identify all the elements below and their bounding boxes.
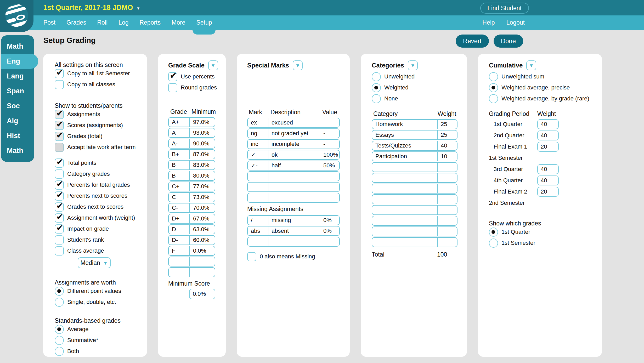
minimum-cell[interactable]: 83.0% [189,161,215,169]
checkbox[interactable]: ✔ [55,121,64,130]
checkbox-row[interactable]: ✔ Student's rank [55,235,147,245]
checkbox-row[interactable]: ✔ Assignments [55,109,147,119]
nav-item[interactable]: Grades [66,15,86,30]
checkbox[interactable]: ✔ [168,72,177,81]
minimum-cell[interactable]: 70.0% [189,203,215,212]
minimum-score-input[interactable]: 0.0% [189,289,215,299]
checkbox-row[interactable]: ✔ Grades (total) [55,131,147,141]
checkbox[interactable]: ✔ [55,180,64,190]
checkbox-row[interactable]: ✔ Percents for total grades [55,180,147,190]
sidebar-class-tab[interactable]: Hist [1,128,34,143]
checkbox[interactable]: ✔ [55,235,64,245]
category-cell[interactable] [372,173,437,182]
app-logo[interactable] [0,0,33,32]
nav-item[interactable]: More [172,15,185,30]
radio-button[interactable] [55,298,64,307]
value-cell[interactable]: - [320,129,339,138]
weight-cell[interactable] [437,238,457,247]
weight-cell[interactable]: 10 [437,152,457,161]
radio-button[interactable] [489,239,498,248]
radio-row[interactable]: 1st Semester [489,238,602,248]
weight-cell[interactable]: 25 [437,131,457,139]
panel-dropdown-button[interactable]: ▼ [526,60,536,70]
nav-item[interactable]: Setup [196,15,212,30]
checkbox[interactable]: ✔ [55,191,64,201]
grade-cell[interactable]: D [169,225,189,234]
grade-cell[interactable] [169,257,189,266]
weight-cell[interactable] [437,206,457,214]
weight-cell[interactable]: 40 [437,141,457,150]
minimum-cell[interactable]: 73.0% [189,193,215,202]
description-cell[interactable]: ok [268,150,320,159]
minimum-cell[interactable]: 77.0% [189,182,215,191]
grade-cell[interactable]: A+ [169,118,189,127]
minimum-cell[interactable]: 80.0% [189,171,215,180]
category-cell[interactable] [372,206,437,214]
value-cell[interactable]: 100% [320,150,339,159]
weight-cell[interactable] [437,163,457,172]
checkbox-row[interactable]: ✔ Total points [55,158,147,168]
nav-item[interactable]: Log [118,15,128,30]
radio-row[interactable]: Average [55,324,147,334]
value-cell[interactable] [320,183,339,191]
radio-button[interactable] [55,336,64,345]
checkbox[interactable]: ✔ [55,69,64,78]
value-cell[interactable]: 50% [320,161,339,170]
weight-cell[interactable] [437,216,457,225]
sidebar-class-tab[interactable]: Span [1,84,34,99]
radio-row[interactable]: Single, double, etc. [55,297,147,307]
checkbox[interactable]: ✔ [55,143,64,152]
mark-cell[interactable] [248,193,268,202]
grade-cell[interactable]: D- [169,236,189,245]
course-selector[interactable]: 1st Quarter, 2017-18 JDMO ▼ [43,0,140,15]
checkbox-row[interactable]: ✔ Scores (assignments) [55,120,147,130]
radio-row[interactable]: Both [55,346,147,356]
checkbox-row[interactable]: ✔ Percents next to scores [55,191,147,201]
median-select[interactable]: Median ▼ [78,257,111,268]
find-student-button[interactable]: Find Student [480,3,529,14]
grade-cell[interactable]: C+ [169,182,189,191]
checkbox[interactable]: ✔ [55,158,64,168]
checkbox-row[interactable]: ✔ Round grades [168,83,226,93]
category-cell[interactable]: Homework [372,120,437,129]
minimum-cell[interactable] [189,257,215,266]
description-cell[interactable] [268,183,320,191]
category-cell[interactable] [372,216,437,225]
nav-item[interactable]: Roll [97,15,108,30]
nav-help[interactable]: Help [482,19,495,26]
radio-row[interactable]: Weighted [372,83,467,93]
done-button[interactable]: Done [494,35,523,48]
radio-button[interactable] [55,325,64,334]
mark-cell[interactable]: ex [248,118,268,127]
nav-item[interactable]: Post [43,15,55,30]
radio-button[interactable] [489,72,498,81]
value-cell[interactable]: 0% [320,216,339,225]
nav-item[interactable]: Reports [139,15,161,30]
panel-dropdown-button[interactable]: ▼ [408,60,418,70]
weight-input[interactable]: 40 [537,119,559,129]
radio-row[interactable]: Summative* [55,335,147,345]
zero-means-missing-row[interactable]: ✔ 0 also means Missing [247,252,350,262]
panel-dropdown-button[interactable]: ▼ [208,60,218,70]
minimum-cell[interactable]: 93.0% [189,128,215,137]
grade-cell[interactable]: D+ [169,214,189,223]
weight-cell[interactable] [437,173,457,182]
checkbox-row[interactable]: ✔ Copy to all classes [55,80,147,89]
grade-cell[interactable]: C [169,193,189,202]
radio-row[interactable]: None [372,94,467,104]
value-cell[interactable] [320,193,339,202]
description-cell[interactable]: missing [268,216,320,225]
weight-input[interactable]: 20 [537,142,559,152]
checkbox[interactable]: ✔ [168,83,177,92]
grade-cell[interactable] [169,268,189,277]
minimum-cell[interactable]: 63.0% [189,225,215,234]
category-cell[interactable]: Tests/Quizzes [372,141,437,150]
category-cell[interactable]: Participation [372,152,437,161]
grade-cell[interactable]: A [169,128,189,137]
category-cell[interactable] [372,184,437,193]
checkbox[interactable]: ✔ [55,169,64,179]
value-cell[interactable]: - [320,118,339,127]
minimum-cell[interactable]: 67.0% [189,214,215,223]
radio-button[interactable] [372,72,381,81]
radio-button[interactable] [489,94,498,103]
